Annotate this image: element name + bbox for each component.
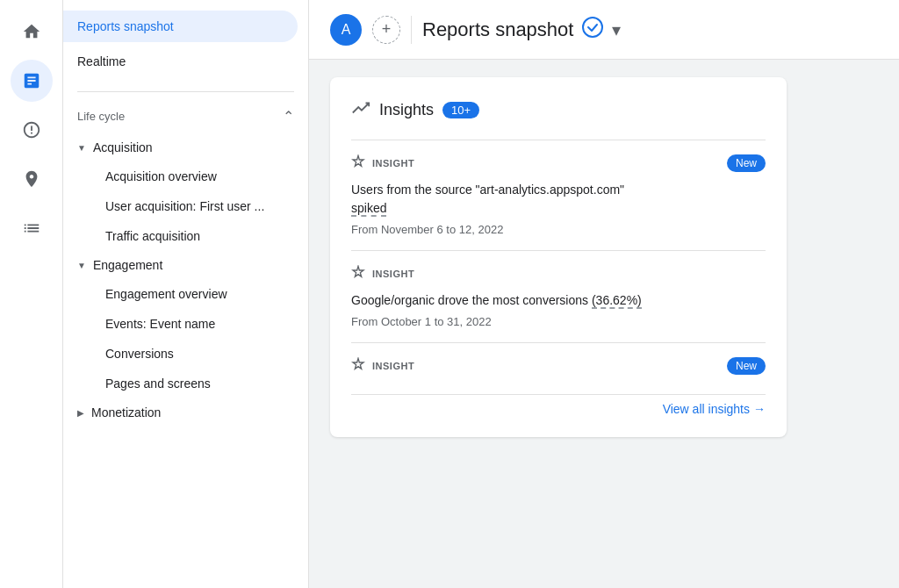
insights-label: Insights: [379, 101, 434, 119]
insight-item-1: INSIGHT New Users from the source "art-a…: [351, 140, 766, 250]
insight-tag-1: INSIGHT: [372, 158, 414, 169]
view-all-label: View all insights: [663, 402, 750, 416]
insight-text-before-1: Users from the source "art-analytics.app…: [351, 183, 624, 197]
reports-icon[interactable]: [11, 60, 53, 102]
insight-row-1: INSIGHT New: [351, 154, 766, 172]
insight-item-3: INSIGHT New: [351, 342, 766, 387]
sidebar-item-reports-snapshot[interactable]: Reports snapshot: [63, 11, 298, 42]
lifecycle-header[interactable]: Life cycle ⌃: [63, 99, 308, 133]
topbar-title-wrapper: Reports snapshot ▾: [422, 17, 621, 43]
monetization-group-header[interactable]: ▶ Monetization: [63, 398, 308, 427]
engagement-arrow-icon: ▼: [77, 261, 86, 270]
new-badge-3: New: [727, 357, 766, 375]
topbar: A + Reports snapshot ▾: [309, 0, 899, 60]
sidebar-item-events[interactable]: Events: Event name: [63, 309, 308, 339]
insight-highlight-1: spiked: [351, 201, 386, 217]
insight-label-row-3: INSIGHT: [351, 357, 414, 375]
sidebar: Reports snapshot Realtime Life cycle ⌃ ▼…: [63, 0, 309, 588]
view-all-row: View all insights →: [351, 394, 766, 416]
advertising-icon[interactable]: [11, 158, 53, 200]
insights-header: Insights 10+: [351, 98, 766, 122]
sidebar-item-acquisition-overview[interactable]: Acquisition overview: [63, 161, 308, 191]
insight-highlight-2: (36.62%): [592, 293, 642, 309]
insight-text-before-2: Google/organic drove the most conversion…: [351, 293, 588, 307]
engagement-label: Engagement: [93, 258, 162, 272]
monetization-label: Monetization: [91, 405, 161, 419]
insights-count-badge: 10+: [442, 102, 479, 118]
trending-icon: [351, 98, 370, 122]
insight-tag-3: INSIGHT: [372, 361, 414, 371]
page-title: Reports snapshot: [422, 18, 573, 41]
configure-icon[interactable]: [11, 207, 53, 249]
lifecycle-label: Life cycle: [77, 110, 125, 123]
verified-icon: [582, 17, 603, 43]
view-all-arrow-icon: →: [753, 402, 766, 416]
add-account-button[interactable]: +: [372, 16, 400, 44]
acquisition-label: Acquisition: [93, 140, 153, 154]
avatar[interactable]: A: [330, 14, 362, 46]
engagement-group-header[interactable]: ▼ Engagement: [63, 251, 308, 279]
insight-date-2: From October 1 to 31, 2022: [351, 315, 766, 328]
insight-row-2: INSIGHT: [351, 265, 766, 283]
acquisition-arrow-icon: ▼: [77, 143, 86, 153]
sidebar-item-engagement-overview[interactable]: Engagement overview: [63, 279, 308, 309]
sidebar-divider: [77, 91, 294, 92]
sidebar-item-conversions[interactable]: Conversions: [63, 339, 308, 369]
sidebar-item-traffic-acquisition[interactable]: Traffic acquisition: [63, 221, 308, 251]
acquisition-group: ▼ Acquisition Acquisition overview User …: [63, 133, 308, 251]
insight-date-1: From November 6 to 12, 2022: [351, 223, 766, 236]
insight-label-row-1: INSIGHT: [351, 154, 414, 172]
spark-icon-2: [351, 265, 365, 283]
acquisition-group-header[interactable]: ▼ Acquisition: [63, 133, 308, 161]
insight-text-2: Google/organic drove the most conversion…: [351, 291, 766, 310]
icon-bar: [0, 0, 63, 588]
engagement-group: ▼ Engagement Engagement overview Events:…: [63, 251, 308, 398]
explore-icon[interactable]: [11, 109, 53, 151]
sidebar-item-realtime[interactable]: Realtime: [63, 46, 308, 77]
main: A + Reports snapshot ▾: [309, 0, 899, 588]
lifecycle-section: Life cycle ⌃ ▼ Acquisition Acquisition o…: [63, 99, 308, 434]
spark-icon-1: [351, 154, 365, 172]
monetization-group: ▶ Monetization: [63, 398, 308, 427]
topbar-divider: [411, 16, 412, 44]
insight-item-2: INSIGHT Google/organic drove the most co…: [351, 250, 766, 342]
sidebar-item-pages-screens[interactable]: Pages and screens: [63, 369, 308, 398]
insight-label-row-2: INSIGHT: [351, 265, 414, 283]
collapse-icon: ⌃: [283, 108, 294, 125]
insight-tag-2: INSIGHT: [372, 269, 414, 279]
view-all-link[interactable]: View all insights →: [663, 402, 766, 416]
spark-icon-3: [351, 357, 365, 375]
insight-text-1: Users from the source "art-analytics.app…: [351, 181, 766, 218]
dropdown-icon[interactable]: ▾: [612, 19, 621, 40]
sidebar-item-user-acquisition[interactable]: User acquisition: First user ...: [63, 191, 308, 221]
home-icon[interactable]: [11, 11, 53, 53]
insights-card: Insights 10+ INSIGHT New: [330, 77, 787, 437]
new-badge-1: New: [727, 154, 766, 172]
insight-row-3: INSIGHT New: [351, 357, 766, 375]
content-area: Insights 10+ INSIGHT New: [309, 60, 899, 588]
svg-point-0: [583, 18, 602, 37]
monetization-arrow-icon: ▶: [77, 408, 84, 418]
